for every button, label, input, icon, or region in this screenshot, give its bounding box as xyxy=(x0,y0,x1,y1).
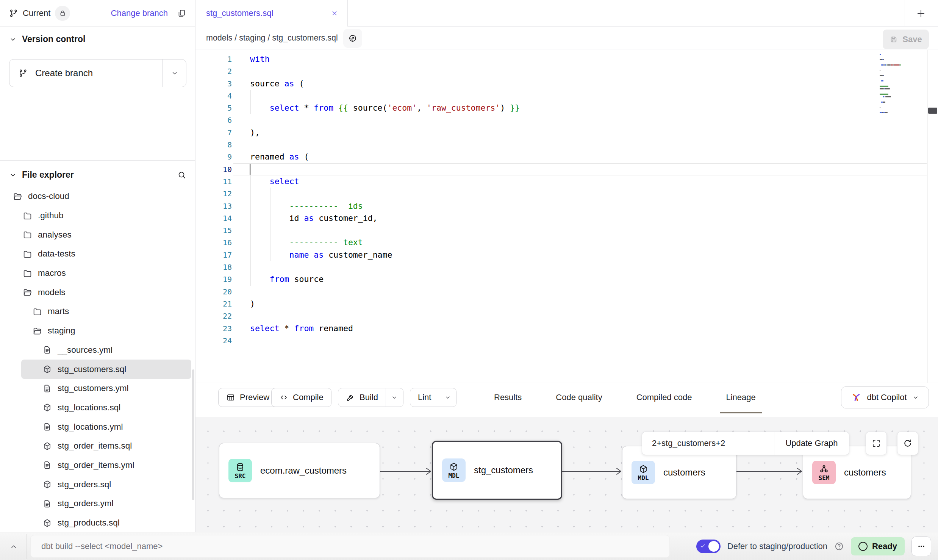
create-branch-button[interactable]: Create branch xyxy=(9,59,186,87)
folder-icon xyxy=(23,269,32,278)
save-button[interactable]: Save xyxy=(883,30,929,49)
preview-button[interactable]: Preview xyxy=(218,388,277,407)
code-token: ), xyxy=(250,128,260,137)
line-number: 2 xyxy=(195,65,232,77)
file-item-stg-products-sql[interactable]: stg_products.sql xyxy=(0,513,195,532)
ready-label: Ready xyxy=(872,541,897,551)
lineage-node-stg-customers[interactable]: MDLstg_customers xyxy=(432,441,562,500)
line-number: 9 xyxy=(195,151,232,163)
code-line-5: select * from {{ source('ecom', 'raw_cus… xyxy=(250,102,520,114)
tab-code-quality[interactable]: Code quality xyxy=(550,383,608,413)
file-item-label: data-tests xyxy=(38,249,75,259)
ellipsis-icon xyxy=(916,541,926,551)
copilot-icon xyxy=(851,392,861,403)
sidebar-scrollbar[interactable] xyxy=(192,369,194,500)
change-branch-link[interactable]: Change branch xyxy=(111,8,168,18)
minimap-line xyxy=(885,64,886,66)
lint-button[interactable]: Lint xyxy=(410,388,456,407)
file-item-stg-orders-sql[interactable]: stg_orders.sql xyxy=(0,475,195,494)
help-icon[interactable] xyxy=(834,541,844,551)
code-line-12 xyxy=(250,188,520,200)
code-line-21: ) xyxy=(250,298,520,310)
file-explorer-header[interactable]: File explorer xyxy=(9,170,186,180)
file-item-staging[interactable]: staging xyxy=(0,321,195,341)
compile-main[interactable]: Compile xyxy=(272,388,331,407)
overview-ruler[interactable] xyxy=(927,50,938,383)
line-number: 7 xyxy=(195,127,232,139)
create-branch-main[interactable]: Create branch xyxy=(9,68,163,78)
lineage-node-ecom-raw-customers[interactable]: SRCecom.raw_customers xyxy=(219,443,380,498)
command-input[interactable]: dbt build --select <model_name> xyxy=(30,535,670,558)
node-label: customers xyxy=(663,467,705,478)
file-item-models[interactable]: models xyxy=(0,283,195,302)
dbt-copilot-button[interactable]: dbt Copilot xyxy=(841,386,929,408)
file-item-data-tests[interactable]: data-tests xyxy=(0,244,195,264)
navigate-button[interactable] xyxy=(343,29,362,48)
node-badge-label: SEM xyxy=(819,474,830,482)
code-content[interactable]: withsource as ( select * from {{ source(… xyxy=(250,53,520,347)
git-branch-icon xyxy=(19,69,28,78)
tab-compiled-code[interactable]: Compiled code xyxy=(630,383,698,413)
update-graph-button[interactable]: Update Graph xyxy=(774,432,849,455)
chevron-down-icon xyxy=(171,69,178,77)
build-dropdown[interactable] xyxy=(386,388,403,407)
status-ready-badge[interactable]: Ready xyxy=(851,537,905,555)
defer-toggle[interactable] xyxy=(696,540,721,553)
code-line-8 xyxy=(250,139,520,151)
tab-lineage[interactable]: Lineage xyxy=(720,383,761,413)
tab-stg-customers-sql[interactable]: stg_customers.sql xyxy=(195,0,348,27)
file-item-stg-order-items-yml[interactable]: stg_order_items.yml xyxy=(0,456,195,475)
lineage-panel[interactable]: SRCecom.raw_customersMDLstg_customersMDL… xyxy=(195,417,938,532)
overview-ruler-handle[interactable] xyxy=(928,108,937,114)
file-item-docs-cloud[interactable]: docs-cloud xyxy=(0,187,195,206)
node-type-badge: MDL xyxy=(632,461,655,484)
fullscreen-button[interactable] xyxy=(866,432,887,455)
code-token: renamed xyxy=(250,152,289,161)
new-tab-button[interactable] xyxy=(912,5,930,22)
action-toolbar: Preview Compile Build Lint ResultsCode q… xyxy=(195,383,938,417)
file-item--github[interactable]: .github xyxy=(0,206,195,225)
defer-label: Defer to staging/production xyxy=(727,541,827,551)
line-number: 6 xyxy=(195,114,232,126)
file-icon xyxy=(42,384,52,393)
wrench-icon xyxy=(346,393,355,402)
code-editor[interactable]: 123456789101112131415161718192021222324 … xyxy=(195,50,938,383)
lint-dropdown[interactable] xyxy=(439,388,456,407)
version-control-header[interactable]: Version control xyxy=(9,34,85,44)
file-item-stg-orders-yml[interactable]: stg_orders.yml xyxy=(0,494,195,513)
file-item-stg-customers-sql[interactable]: stg_customers.sql xyxy=(21,360,191,379)
code-token: select xyxy=(250,324,280,333)
preview-main[interactable]: Preview xyxy=(219,388,277,407)
build-button[interactable]: Build xyxy=(338,388,403,407)
file-item-stg-locations-sql[interactable]: stg_locations.sql xyxy=(0,398,195,418)
compile-button[interactable]: Compile xyxy=(271,388,331,407)
file-item-macros[interactable]: macros xyxy=(0,264,195,283)
folder-icon xyxy=(23,249,32,259)
line-number: 22 xyxy=(195,310,232,322)
file-item-stg-customers-yml[interactable]: stg_customers.yml xyxy=(0,379,195,398)
minimap-line xyxy=(881,80,883,81)
create-branch-dropdown[interactable] xyxy=(163,59,186,87)
folder-open-icon xyxy=(33,326,42,336)
refresh-button[interactable] xyxy=(897,432,918,455)
code-token: from xyxy=(270,274,289,284)
lint-main[interactable]: Lint xyxy=(410,388,439,407)
close-icon[interactable] xyxy=(331,9,338,17)
collapse-panel-button[interactable] xyxy=(7,540,20,554)
file-item-analyses[interactable]: analyses xyxy=(0,225,195,244)
search-icon[interactable] xyxy=(177,171,186,180)
fullscreen-icon xyxy=(871,438,881,448)
code-token xyxy=(250,177,270,186)
copy-branch-icon[interactable] xyxy=(177,9,186,18)
code-token xyxy=(250,103,270,113)
file-item-marts[interactable]: marts xyxy=(0,302,195,321)
tab-results[interactable]: Results xyxy=(488,383,528,413)
file-item-stg-order-items-sql[interactable]: stg_order_items.sql xyxy=(0,436,195,456)
build-main[interactable]: Build xyxy=(338,388,386,407)
more-options-button[interactable] xyxy=(911,537,931,556)
file-item-stg-locations-yml[interactable]: stg_locations.yml xyxy=(0,417,195,436)
lineage-filter-input[interactable]: 2+stg_customers+2 xyxy=(642,432,774,455)
file-item--sources-yml[interactable]: __sources.yml xyxy=(0,341,195,360)
file-item-label: models xyxy=(38,288,66,297)
code-token: 'raw_customers' xyxy=(427,103,500,113)
